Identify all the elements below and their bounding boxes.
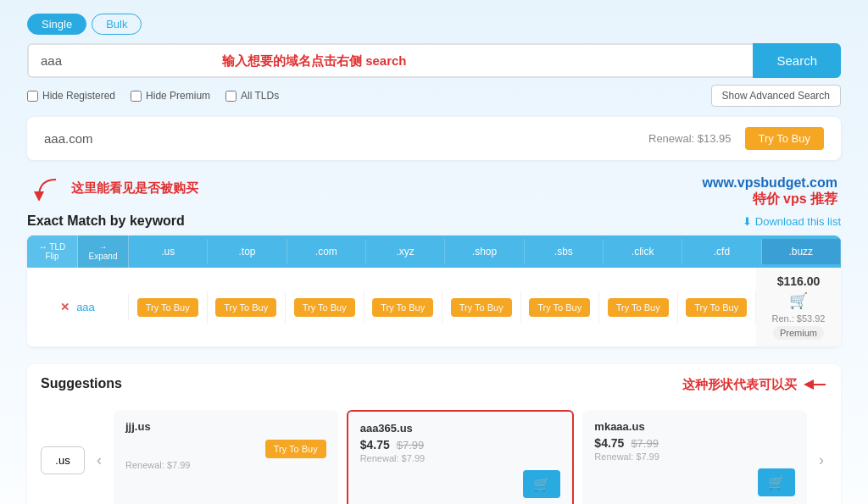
options-row: Hide Registered Hide Premium All TLDs Sh… — [27, 85, 841, 107]
sugg-card-1-renewal: Renewal: $7.99 — [125, 460, 326, 470]
tld-header-row: ↔ TLD Flip → Expand .us .top .com .xyz .… — [27, 235, 841, 268]
top-result-buy-button[interactable]: Try To Buy — [745, 127, 824, 150]
ann-purchased-label: 这里能看见是否被购买 — [71, 180, 198, 197]
buy-sbs-button[interactable]: Try To Buy — [529, 298, 590, 317]
cell-xyz: Try To Buy — [364, 291, 443, 324]
buzz-cart-icon: 🛒 — [789, 291, 808, 310]
sugg-card-3-price: $4.75 — [594, 436, 624, 450]
buy-us-button[interactable]: Try To Buy — [137, 298, 198, 317]
tab-single[interactable]: Single — [27, 14, 86, 35]
hide-premium-label[interactable]: Hide Premium — [131, 90, 210, 102]
tld-row-control: ✕ aaa — [27, 294, 129, 320]
sugg-card-2-renewal: Renewal: $7.99 — [360, 453, 561, 463]
search-button[interactable]: Search — [753, 43, 841, 78]
buy-xyz-button[interactable]: Try To Buy — [372, 298, 433, 317]
tld-expand-header[interactable]: → Expand — [78, 235, 129, 268]
buy-cfd-button[interactable]: Try To Buy — [686, 298, 747, 317]
cell-cfd: Try To Buy — [678, 291, 757, 324]
col-buzz: .buzz — [762, 239, 841, 264]
col-us: .us — [129, 239, 208, 264]
advanced-search-button[interactable]: Show Advanced Search — [711, 85, 841, 107]
download-list-link[interactable]: ⬇ Download this list — [743, 215, 841, 228]
exact-match-title: Exact Match by keyword — [27, 213, 185, 229]
ann-vps-site: www.vpsbudget.com — [703, 175, 837, 191]
row-domain-link[interactable]: aaa — [76, 301, 95, 313]
search-tabs: Single Bulk — [27, 14, 841, 35]
sugg-next-nav[interactable]: › — [815, 451, 827, 469]
sugg-card-2-domain: aaa365.us — [360, 422, 561, 435]
cell-shop: Try To Buy — [442, 291, 521, 324]
top-result-domain: aaa.com — [44, 131, 635, 146]
buy-top-button[interactable]: Try To Buy — [215, 298, 276, 317]
buy-shop-button[interactable]: Try To Buy — [451, 298, 512, 317]
sugg-cards: jjj.us Try To Buy Renewal: $7.99 aaa365.… — [114, 410, 807, 504]
tab-bulk[interactable]: Bulk — [92, 14, 142, 35]
sugg-card-3: mkaaa.us $4.75 $7.99 Renewal: $7.99 🛒 — [582, 410, 807, 504]
download-icon: ⬇ — [743, 215, 752, 228]
all-tlds-label[interactable]: All TLDs — [225, 90, 279, 102]
cell-click: Try To Buy — [599, 291, 678, 324]
suggestions-title: Suggestions — [41, 376, 122, 391]
suggestions-layout: .us ‹ jjj.us Try To Buy Renewal: $7.99 a… — [41, 410, 827, 504]
buy-click-button[interactable]: Try To Buy — [608, 298, 669, 317]
cell-top: Try To Buy — [208, 291, 287, 324]
sugg-card-2: aaa365.us $4.75 $7.99 Renewal: $7.99 🛒 — [347, 410, 575, 504]
arrow-left-icon — [802, 376, 827, 393]
col-shop: .shop — [445, 239, 524, 264]
ann-vps-recommend: 特价 vps 推荐 — [703, 191, 837, 208]
buzz-price: $116.00 — [761, 274, 836, 288]
hide-premium-checkbox[interactable] — [131, 91, 142, 102]
col-com: .com — [287, 239, 366, 264]
search-annotation: 输入想要的域名点击右侧 search — [222, 53, 407, 67]
sugg-card-3-cart-button[interactable]: 🛒 — [758, 468, 795, 496]
col-top: .top — [208, 239, 287, 264]
sugg-card-3-domain: mkaaa.us — [594, 420, 795, 433]
col-cfd: .cfd — [682, 239, 761, 264]
col-xyz: .xyz — [366, 239, 445, 264]
tld-flip-header[interactable]: ↔ TLD Flip — [27, 235, 78, 268]
top-result-row: aaa.com Renewal: $13.95 Try To Buy — [27, 117, 841, 160]
arrow-down-left-icon — [31, 175, 64, 201]
unavailable-icon: ✕ — [60, 301, 70, 313]
sugg-card-1-domain: jjj.us — [125, 420, 326, 433]
tld-data-row: ✕ aaa Try To Buy Try To Buy Try To Buy T… — [27, 268, 841, 347]
suggestions-section: Suggestions 这种形状代表可以买 .us ‹ jjj.us — [27, 364, 841, 504]
tld-filter-button[interactable]: .us — [41, 446, 85, 474]
sugg-card-3-old-price: $7.99 — [631, 437, 659, 450]
cell-buzz: $116.00 🛒 Ren.: $53.92 Premium — [756, 268, 841, 346]
hide-registered-label[interactable]: Hide Registered — [27, 90, 115, 102]
col-click: .click — [604, 239, 682, 264]
cell-sbs: Try To Buy — [521, 291, 600, 324]
all-tlds-checkbox[interactable] — [225, 91, 236, 102]
sugg-card-1: jjj.us Try To Buy Renewal: $7.99 — [114, 410, 338, 504]
sugg-card-2-old-price: $7.99 — [397, 439, 425, 451]
sugg-card-1-buy-button[interactable]: Try To Buy — [265, 440, 326, 458]
buzz-premium-badge: Premium — [773, 326, 824, 340]
sugg-prev-nav[interactable]: ‹ — [93, 451, 105, 469]
sugg-card-3-renewal: Renewal: $7.99 — [594, 451, 795, 462]
exact-match-header: Exact Match by keyword ⬇ Download this l… — [27, 213, 841, 229]
tld-table: ↔ TLD Flip → Expand .us .top .com .xyz .… — [27, 235, 841, 347]
buy-com-button[interactable]: Try To Buy — [294, 298, 355, 317]
col-sbs: .sbs — [525, 239, 604, 264]
cell-com: Try To Buy — [286, 291, 364, 324]
hide-registered-checkbox[interactable] — [27, 91, 38, 102]
sugg-card-2-cart-button[interactable]: 🛒 — [523, 470, 560, 498]
sugg-card-2-price: $4.75 — [360, 438, 390, 451]
cell-us: Try To Buy — [129, 291, 208, 324]
buzz-renewal: Ren.: $53.92 — [761, 313, 836, 324]
top-result-renewal: Renewal: $13.95 — [648, 132, 732, 145]
ann-shape-label: 这种形状代表可以买 — [682, 377, 797, 393]
